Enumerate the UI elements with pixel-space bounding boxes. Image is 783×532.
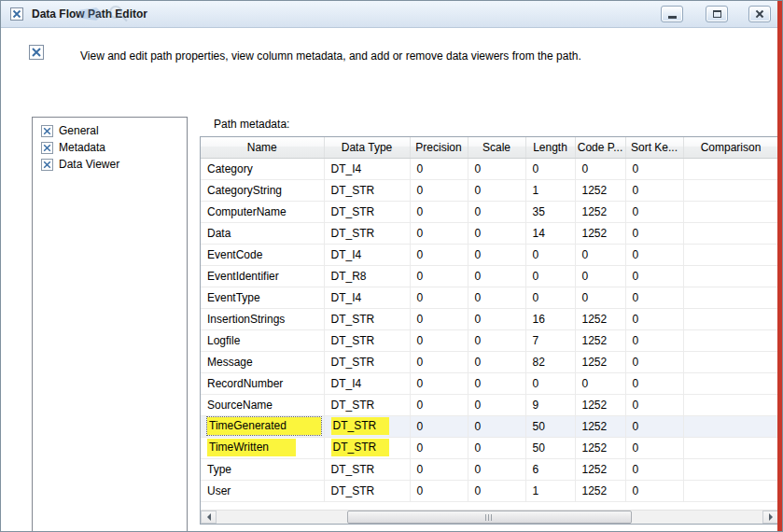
cell-precision[interactable]: 0 [410,372,468,394]
cell-precision[interactable]: 0 [410,480,468,501]
title-bar[interactable]: Data Flow Path Editor [1,1,782,28]
cell-precision[interactable]: 0 [410,394,468,415]
cell-comparison[interactable] [683,394,778,415]
table-row[interactable]: DataDT_STR001412520 [201,222,778,244]
cell-sort_key[interactable]: 0 [625,308,683,329]
cell-name[interactable]: EventType [201,287,324,308]
cell-data_type[interactable]: DT_R8 [324,265,410,287]
cell-data_type[interactable]: DT_STR [324,415,410,437]
table-row[interactable]: TimeWrittenDT_STR005012520 [201,437,778,458]
cell-code_page[interactable]: 1252 [575,480,625,501]
table-row[interactable]: ComputerNameDT_STR003512520 [201,201,778,222]
table-row[interactable]: EventIdentifierDT_R800000 [201,265,778,287]
column-header-name[interactable]: Name [201,137,324,158]
cell-code_page[interactable]: 1252 [575,308,625,329]
cell-scale[interactable]: 0 [468,244,525,265]
cell-sort_key[interactable]: 0 [625,244,683,265]
cell-scale[interactable]: 0 [468,480,525,501]
cell-comparison[interactable] [683,415,778,437]
cell-code_page[interactable]: 1252 [575,201,625,222]
cell-scale[interactable]: 0 [468,394,525,415]
cell-code_page[interactable]: 1252 [575,458,625,480]
cell-precision[interactable]: 0 [410,437,468,458]
cell-name[interactable]: Data [201,222,324,244]
cell-name[interactable]: ComputerName [201,201,324,222]
cell-comparison[interactable] [683,437,778,458]
cell-data_type[interactable]: DT_STR [324,179,410,201]
cell-precision[interactable]: 0 [410,179,468,201]
cell-code_page[interactable]: 1252 [575,329,625,351]
cell-scale[interactable]: 0 [468,158,525,179]
cell-data_type[interactable]: DT_STR [324,437,410,458]
cell-code_page[interactable]: 0 [575,372,625,394]
cell-length[interactable]: 82 [525,351,575,372]
cell-sort_key[interactable]: 0 [625,372,683,394]
cell-comparison[interactable] [683,158,778,179]
cell-name[interactable]: TimeWritten [201,437,324,458]
column-header-data-type[interactable]: Data Type [324,137,410,158]
cell-code_page[interactable]: 1252 [575,394,625,415]
cell-comparison[interactable] [683,458,778,480]
cell-sort_key[interactable]: 0 [625,437,683,458]
cell-code_page[interactable]: 0 [575,287,625,308]
cell-length[interactable]: 50 [525,437,575,458]
cell-sort_key[interactable]: 0 [625,158,683,179]
cell-sort_key[interactable]: 0 [625,480,683,501]
cell-sort_key[interactable]: 0 [625,394,683,415]
cell-length[interactable]: 0 [525,158,575,179]
cell-data_type[interactable]: DT_STR [324,222,410,244]
minimize-button[interactable] [661,6,683,22]
cell-name[interactable]: SourceName [201,394,324,415]
cell-sort_key[interactable]: 0 [625,329,683,351]
table-row[interactable]: TimeGeneratedDT_STR005012520 [201,415,778,437]
column-header-precision[interactable]: Precision [410,137,468,158]
cell-name[interactable]: Logfile [201,329,324,351]
sidebar-item-metadata[interactable]: Metadata [33,139,187,156]
scrollbar-track[interactable] [217,511,762,524]
cell-comparison[interactable] [683,372,778,394]
cell-data_type[interactable]: DT_I4 [324,372,410,394]
cell-length[interactable]: 0 [525,372,575,394]
cell-length[interactable]: 1 [525,480,575,501]
cell-data_type[interactable]: DT_STR [324,351,410,372]
cell-scale[interactable]: 0 [468,308,525,329]
cell-name[interactable]: CategoryString [201,179,324,201]
cell-comparison[interactable] [683,329,778,351]
close-button[interactable] [748,6,771,22]
cell-comparison[interactable] [683,480,778,501]
table-row[interactable]: SourceNameDT_STR00912520 [201,394,778,415]
table-row[interactable]: UserDT_STR00112520 [201,480,778,501]
cell-precision[interactable]: 0 [410,158,468,179]
scroll-right-button[interactable] [762,511,778,524]
cell-comparison[interactable] [683,265,778,287]
cell-sort_key[interactable]: 0 [625,201,683,222]
table-row[interactable]: LogfileDT_STR00712520 [201,329,778,351]
cell-code_page[interactable]: 1252 [575,415,625,437]
cell-comparison[interactable] [683,179,778,201]
table-row[interactable]: CategoryDT_I400000 [201,158,778,179]
column-header-length[interactable]: Length [525,137,575,158]
table-row[interactable]: CategoryStringDT_STR00112520 [201,179,778,201]
cell-scale[interactable]: 0 [468,437,525,458]
cell-scale[interactable]: 0 [468,458,525,480]
cell-data_type[interactable]: DT_STR [324,201,410,222]
horizontal-scrollbar[interactable] [201,510,778,524]
cell-name[interactable]: EventIdentifier [201,265,324,287]
cell-name[interactable]: TimeGenerated [201,415,324,437]
cell-length[interactable]: 35 [525,201,575,222]
table-row[interactable]: EventTypeDT_I400000 [201,287,778,308]
cell-data_type[interactable]: DT_STR [324,394,410,415]
cell-comparison[interactable] [683,244,778,265]
table-row[interactable]: EventCodeDT_I400000 [201,244,778,265]
cell-scale[interactable]: 0 [468,222,525,244]
table-row[interactable]: TypeDT_STR00612520 [201,458,778,480]
cell-code_page[interactable]: 0 [575,244,625,265]
scrollbar-thumb[interactable] [347,511,631,524]
cell-name[interactable]: InsertionStrings [201,308,324,329]
cell-precision[interactable]: 0 [410,415,468,437]
cell-sort_key[interactable]: 0 [625,265,683,287]
cell-sort_key[interactable]: 0 [625,458,683,480]
cell-sort_key[interactable]: 0 [625,179,683,201]
table-row[interactable]: MessageDT_STR008212520 [201,351,778,372]
cell-length[interactable]: 0 [525,287,575,308]
